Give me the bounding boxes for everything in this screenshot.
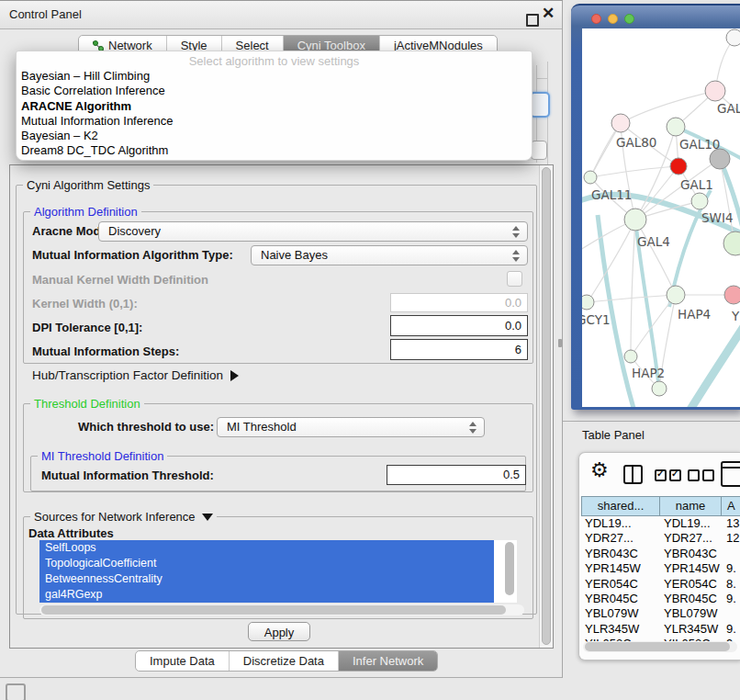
- network-node-gal11[interactable]: [584, 171, 597, 184]
- table-row[interactable]: YPR145WYPR145W9.: [581, 561, 740, 576]
- table-panel-header: Table Panel: [563, 421, 740, 449]
- expander-arrow-icon: [230, 370, 239, 381]
- cell: 8.: [723, 577, 736, 592]
- node-label: HAP4: [678, 307, 711, 322]
- group-title: Threshold Definition: [30, 397, 144, 411]
- list-horizontal-scrollbar[interactable]: [39, 604, 524, 615]
- checked-checkbox-icon[interactable]: [655, 469, 667, 481]
- float-panel-icon[interactable]: [526, 14, 539, 27]
- network-node-gal1[interactable]: [670, 158, 687, 175]
- mi-algorithm-type-combobox[interactable]: Naive Bayes: [251, 245, 528, 265]
- data-attribute-item[interactable]: TopologicalCoefficient: [39, 556, 494, 571]
- manual-kernel-width-checkbox[interactable]: [507, 271, 522, 287]
- panel-title: Control Panel: [9, 1, 82, 28]
- mi-threshold-label: Mutual Information Threshold:: [41, 469, 214, 482]
- column-header[interactable]: shared...: [581, 496, 660, 516]
- settings-vertical-scrollbar[interactable]: [539, 165, 553, 648]
- network-node[interactable]: [710, 149, 730, 169]
- scrollbar-thumb[interactable]: [585, 642, 730, 651]
- mi-steps-field[interactable]: 6: [390, 339, 528, 360]
- algorithm-option-bayesian-k2[interactable]: Bayesian – K2: [17, 129, 532, 143]
- table-row[interactable]: YBR043CYBR043C: [581, 547, 740, 561]
- sources-collapser[interactable]: Sources for Network Inference: [30, 510, 217, 524]
- network-node[interactable]: [726, 29, 740, 46]
- network-edge: [621, 91, 715, 123]
- tab-discretize-data[interactable]: Discretize Data: [230, 651, 339, 671]
- tab-impute-data[interactable]: Impute Data: [136, 651, 230, 671]
- zoom-window-icon[interactable]: [624, 14, 634, 24]
- gear-icon[interactable]: ⚙: [590, 458, 609, 481]
- column-header[interactable]: A: [721, 496, 740, 516]
- network-node-gal4[interactable]: [624, 209, 646, 231]
- table-row[interactable]: YER054CYER054C8.: [581, 577, 740, 592]
- hidden-button-fragment: [531, 141, 547, 160]
- panel-divider-grip[interactable]: [558, 339, 562, 347]
- network-node-gcy1[interactable]: [582, 295, 594, 310]
- table-row[interactable]: YBL079WYBL079W: [581, 606, 740, 621]
- column-header[interactable]: name: [659, 496, 722, 516]
- unchecked-checkbox-icon[interactable]: [688, 469, 700, 481]
- network-edge: [590, 166, 678, 177]
- group-title: Algorithm Definition: [30, 205, 141, 219]
- kernel-width-field[interactable]: 0.0: [390, 293, 528, 312]
- dropdown-placeholder: Select algorithm to view settings: [17, 54, 532, 68]
- tab-label: Infer Network: [353, 651, 423, 671]
- list-vertical-scrollbar[interactable]: [503, 540, 517, 603]
- network-node-gal[interactable]: [705, 81, 725, 101]
- close-window-icon[interactable]: [591, 14, 601, 24]
- cell: YER054C: [581, 577, 660, 592]
- network-node[interactable]: [691, 193, 708, 209]
- table-row[interactable]: YBR045CYBR045C9.: [581, 592, 740, 606]
- network-node[interactable]: [652, 381, 667, 396]
- algorithm-option-bayesian-hill-climbing[interactable]: Bayesian – Hill Climbing: [17, 69, 532, 84]
- table-row[interactable]: YLR345WYLR345W9.: [581, 622, 740, 637]
- scrollbar-thumb[interactable]: [41, 605, 506, 615]
- cell: YLR345W: [581, 622, 660, 637]
- table-header-row: shared...nameA: [581, 496, 740, 516]
- scrollbar-thumb[interactable]: [542, 167, 551, 645]
- data-attribute-item[interactable]: SelfLoops: [39, 540, 494, 556]
- algorithm-dropdown: Select algorithm to view settings Bayesi…: [16, 51, 533, 161]
- network-node-hap4[interactable]: [667, 286, 685, 304]
- cell: YBR043C: [660, 547, 723, 561]
- network-node[interactable]: [723, 231, 740, 255]
- algorithm-option-aracne-algorithm[interactable]: ARACNE Algorithm: [17, 99, 532, 114]
- data-attribute-item[interactable]: gal4RGexp: [39, 587, 494, 603]
- unchecked-checkbox-icon[interactable]: [702, 469, 714, 481]
- spinner-arrows-icon: [511, 250, 520, 262]
- split-columns-icon[interactable]: [623, 465, 643, 484]
- network-view-window[interactable]: GALGAL80GAL10GAL1GAL11SWI4GAL4GCY1HAP4YH…: [571, 4, 740, 410]
- algorithm-option-mutual-information-inference[interactable]: Mutual Information Inference: [17, 114, 532, 129]
- which-threshold-combobox[interactable]: MI Threshold: [217, 417, 485, 437]
- network-node-hap2[interactable]: [624, 350, 637, 363]
- network-graph[interactable]: GALGAL80GAL10GAL1GAL11SWI4GAL4GCY1HAP4YH…: [582, 28, 740, 407]
- table-horizontal-scrollbar[interactable]: [583, 641, 737, 652]
- apply-button[interactable]: Apply: [248, 622, 310, 641]
- minimize-window-icon[interactable]: [608, 14, 618, 24]
- data-attribute-item[interactable]: BetweennessCentrality: [39, 571, 494, 587]
- algorithm-option-basic-correlation-inference[interactable]: Basic Correlation Inference: [17, 84, 532, 98]
- network-node-y[interactable]: [724, 286, 740, 304]
- hub-definition-label: Hub/Transcription Factor Definition: [32, 368, 223, 382]
- aracne-mode-combobox[interactable]: Discovery: [98, 221, 528, 242]
- table-row[interactable]: YDL19...YDL19...13: [581, 516, 740, 531]
- network-node-gal80[interactable]: [611, 114, 630, 132]
- scrollbar-thumb[interactable]: [505, 542, 514, 595]
- close-icon[interactable]: ✕: [542, 4, 555, 23]
- tab-label: Impute Data: [150, 651, 215, 671]
- table-icon[interactable]: [721, 461, 740, 487]
- network-canvas[interactable]: GALGAL80GAL10GAL1GAL11SWI4GAL4GCY1HAP4YH…: [582, 28, 740, 407]
- algorithm-option-list: Bayesian – Hill ClimbingBasic Correlatio…: [17, 69, 532, 159]
- hub-definition-expander[interactable]: Hub/Transcription Factor Definition: [32, 368, 239, 382]
- node-label: GAL1: [680, 177, 713, 192]
- data-attributes-list[interactable]: SelfLoopsTopologicalCoefficientBetweenne…: [39, 540, 517, 603]
- dpi-tolerance-field[interactable]: 0.0: [390, 315, 528, 336]
- tab-infer-network[interactable]: Infer Network: [339, 651, 437, 671]
- algorithm-option-dream8-dc-tdc-algorithm[interactable]: Dream8 DC_TDC Algorithm: [17, 143, 532, 158]
- mi-threshold-field[interactable]: 0.5: [387, 465, 526, 485]
- network-node-gal10[interactable]: [667, 118, 685, 136]
- dock-panel-icon[interactable]: [6, 683, 26, 700]
- table-row[interactable]: YDR27...YDR27...12: [581, 531, 740, 546]
- checked-checkbox-icon[interactable]: [669, 469, 681, 481]
- table-body: YDL19...YDL19...13YDR27...YDR27...12YBR0…: [581, 516, 740, 652]
